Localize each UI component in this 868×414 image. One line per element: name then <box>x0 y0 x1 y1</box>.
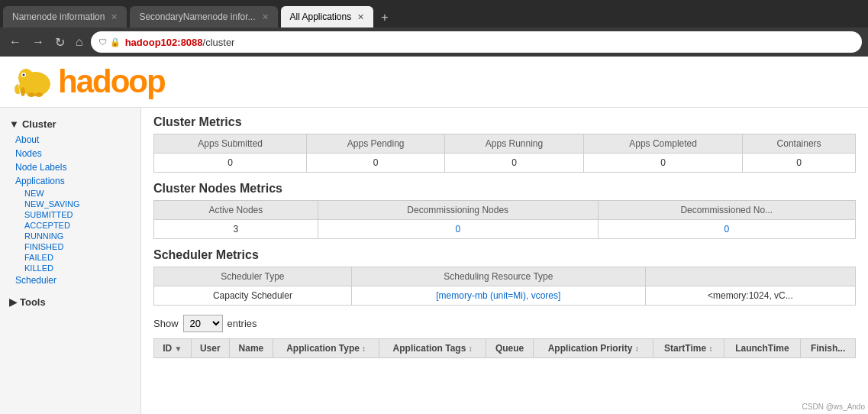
page: hadoop ▼ Cluster About Nodes Node Labels… <box>0 57 868 414</box>
sidebar-item-submitted[interactable]: SUBMITTED <box>24 209 140 220</box>
val-active-nodes: 3 <box>154 220 318 239</box>
cluster-arrow-icon: ▼ <box>9 118 19 130</box>
sidebar-tools-label: Tools <box>20 296 46 308</box>
tab-namenode-close[interactable]: ✕ <box>111 12 118 22</box>
sidebar-cluster-label: Cluster <box>22 118 56 130</box>
hadoop-brand-text: hadoop <box>58 63 165 100</box>
col-decommissioned-nodes: Decommissioned No... <box>598 201 855 220</box>
sidebar-tools-heading[interactable]: ▶ Tools <box>0 293 140 311</box>
sidebar-item-nodes[interactable]: Nodes <box>0 147 140 160</box>
refresh-button[interactable]: ↻ <box>52 34 68 51</box>
app-col-app-tags[interactable]: Application Tags ↕ <box>379 339 486 358</box>
sidebar-tools-section: ▶ Tools <box>0 293 140 311</box>
app-col-app-tags-label: Application Tags <box>393 343 466 354</box>
back-button[interactable]: ← <box>6 34 24 50</box>
scheduler-metrics-table: Scheduler Type Scheduling Resource Type … <box>153 267 856 306</box>
val-containers: 0 <box>743 154 856 173</box>
show-entries-row: Show 10 20 50 100 entries <box>153 315 856 332</box>
applications-table: ID ▼ User Name Application Type ↕ <box>153 338 856 358</box>
sidebar-item-new[interactable]: NEW <box>24 188 140 199</box>
val-decommissioning-nodes[interactable]: 0 <box>318 220 598 239</box>
col-active-nodes: Active Nodes <box>154 201 318 220</box>
col-apps-pending: Apps Pending <box>307 134 445 154</box>
tab-secondary-label: SecondaryNamenode infor... <box>139 11 255 22</box>
elephant-icon <box>12 63 58 101</box>
id-sort-icon: ▼ <box>175 344 182 353</box>
sidebar-item-new-saving[interactable]: NEW_SAVING <box>24 199 140 209</box>
sidebar-item-killed[interactable]: KILLED <box>24 263 140 273</box>
val-apps-running: 0 <box>445 154 584 173</box>
app-col-queue-label: Queue <box>495 343 524 354</box>
val-apps-completed: 0 <box>583 154 742 173</box>
val-scheduler-type: Capacity Scheduler <box>154 286 352 306</box>
main-content: Cluster Metrics Apps Submitted Apps Pend… <box>141 108 868 414</box>
sidebar-item-failed[interactable]: FAILED <box>24 252 140 263</box>
tab-secondary[interactable]: SecondaryNamenode infor... ✕ <box>130 6 277 27</box>
col-apps-submitted: Apps Submitted <box>154 134 307 154</box>
app-col-priority[interactable]: Application Priority ↕ <box>534 339 653 358</box>
app-col-queue: Queue <box>486 339 534 358</box>
tab-namenode-label: Namenode information <box>12 11 105 22</box>
val-apps-submitted: 0 <box>154 154 307 173</box>
address-highlight: hadoop102:8088 <box>125 37 203 48</box>
tab-allapps[interactable]: All Applications ✕ <box>281 6 374 27</box>
tab-secondary-close[interactable]: ✕ <box>262 12 269 22</box>
app-col-priority-label: Application Priority <box>548 343 633 354</box>
app-col-user: User <box>191 339 229 358</box>
show-entries-after-label: entries <box>227 318 257 329</box>
lock-icon: 🔒 <box>110 37 121 47</box>
tools-arrow-icon: ▶ <box>9 296 17 308</box>
starttime-sort-icon: ↕ <box>708 344 712 353</box>
val-scheduler-extra: <memory:1024, vC... <box>645 286 855 306</box>
app-col-id-label: ID <box>163 343 172 354</box>
home-button[interactable]: ⌂ <box>73 34 86 50</box>
app-col-name-label: Name <box>239 343 264 354</box>
tab-bar: Namenode information ✕ SecondaryNamenode… <box>0 0 868 27</box>
val-decommissioned-nodes[interactable]: 0 <box>598 220 855 239</box>
tab-allapps-label: All Applications <box>290 11 352 22</box>
col-decommissioning-nodes: Decommissioning Nodes <box>318 201 598 220</box>
sidebar-item-accepted[interactable]: ACCEPTED <box>24 220 140 231</box>
svg-point-5 <box>23 74 25 76</box>
sidebar-item-node-labels[interactable]: Node Labels <box>0 160 140 174</box>
app-col-starttime-label: StartTime <box>664 343 706 354</box>
app-col-app-type[interactable]: Application Type ↕ <box>273 339 379 358</box>
sidebar-item-running[interactable]: RUNNING <box>24 231 140 241</box>
sidebar-item-about[interactable]: About <box>0 133 140 147</box>
col-containers: Containers <box>743 134 856 154</box>
scheduler-metrics-title: Scheduler Metrics <box>153 248 856 262</box>
sidebar: ▼ Cluster About Nodes Node Labels Applic… <box>0 108 141 414</box>
svg-point-6 <box>27 92 35 97</box>
app-col-user-label: User <box>200 343 221 354</box>
app-type-sort-icon: ↕ <box>362 344 366 353</box>
svg-point-7 <box>35 92 43 97</box>
col-scheduler-type: Scheduler Type <box>154 267 352 286</box>
tab-allapps-close[interactable]: ✕ <box>357 12 364 22</box>
sidebar-item-applications[interactable]: Applications <box>0 174 140 188</box>
hadoop-logo: hadoop <box>12 63 856 101</box>
address-rest: /cluster <box>203 37 235 48</box>
sidebar-item-scheduler[interactable]: Scheduler <box>0 273 140 287</box>
app-col-launchtime-label: LaunchTime <box>735 343 789 354</box>
col-scheduling-resource-type: Scheduling Resource Type <box>351 267 645 286</box>
address-bar[interactable]: 🛡 🔒 hadoop102:8088 /cluster <box>91 31 862 53</box>
cluster-metrics-title: Cluster Metrics <box>153 115 856 129</box>
app-col-starttime[interactable]: StartTime ↕ <box>653 339 724 358</box>
new-tab-button[interactable]: + <box>373 8 395 27</box>
sidebar-cluster-section: ▼ Cluster About Nodes Node Labels Applic… <box>0 115 140 287</box>
cluster-metrics-row: 0 0 0 0 0 <box>154 154 856 173</box>
show-entries-select[interactable]: 10 20 50 100 <box>183 315 223 332</box>
sidebar-item-finished[interactable]: FINISHED <box>24 241 140 252</box>
app-tags-sort-icon: ↕ <box>469 344 473 353</box>
sidebar-app-sub: NEW NEW_SAVING SUBMITTED ACCEPTED RUNNIN… <box>0 188 140 273</box>
cluster-nodes-title: Cluster Nodes Metrics <box>153 182 856 196</box>
app-col-app-type-label: Application Type <box>286 343 360 354</box>
app-col-name: Name <box>229 339 273 358</box>
app-col-id[interactable]: ID ▼ <box>154 339 192 358</box>
app-col-finish: Finish... <box>801 339 856 358</box>
col-apps-running: Apps Running <box>445 134 584 154</box>
forward-button[interactable]: → <box>29 34 47 50</box>
shield-icon: 🛡 <box>98 37 107 47</box>
tab-namenode[interactable]: Namenode information ✕ <box>3 6 127 27</box>
app-col-launchtime: LaunchTime <box>724 339 801 358</box>
